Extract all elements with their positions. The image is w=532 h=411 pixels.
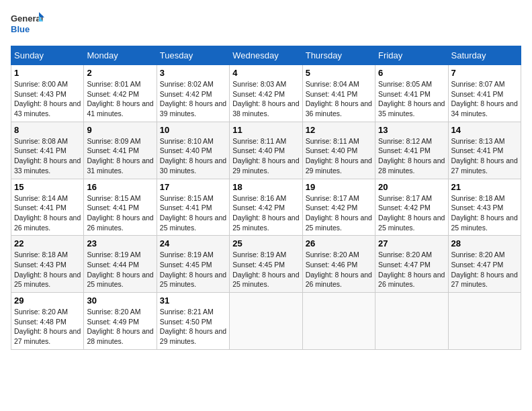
cell-text: Sunrise: 8:00 AMSunset: 4:43 PMDaylight:… [14, 79, 81, 119]
calendar-cell [230, 293, 302, 350]
calendar-cell: 11Sunrise: 8:11 AMSunset: 4:40 PMDayligh… [230, 122, 302, 179]
day-number: 20 [378, 182, 445, 192]
week-row-1: 1Sunrise: 8:00 AMSunset: 4:43 PMDaylight… [11, 65, 521, 122]
calendar-cell: 29Sunrise: 8:20 AMSunset: 4:48 PMDayligh… [11, 293, 84, 350]
cell-text: Sunrise: 8:17 AMSunset: 4:42 PMDaylight:… [306, 193, 372, 233]
cell-text: Sunrise: 8:20 AMSunset: 4:48 PMDaylight:… [14, 307, 81, 347]
day-number: 29 [14, 295, 81, 306]
day-header-friday: Friday [375, 46, 448, 65]
logo-svg: General Blue [11, 11, 44, 40]
day-number: 31 [160, 295, 226, 306]
cell-text: Sunrise: 8:20 AMSunset: 4:47 PMDaylight:… [451, 250, 518, 289]
cell-text: Sunrise: 8:17 AMSunset: 4:42 PMDaylight:… [378, 193, 445, 233]
day-number: 7 [451, 68, 518, 78]
day-number: 14 [451, 125, 518, 135]
cell-text: Sunrise: 8:12 AMSunset: 4:41 PMDaylight:… [378, 136, 445, 176]
day-header-wednesday: Wednesday [230, 46, 302, 65]
cell-text: Sunrise: 8:20 AMSunset: 4:47 PMDaylight:… [378, 250, 445, 289]
calendar-cell: 21Sunrise: 8:18 AMSunset: 4:43 PMDayligh… [448, 179, 521, 236]
calendar-cell: 1Sunrise: 8:00 AMSunset: 4:43 PMDaylight… [11, 65, 84, 122]
day-number: 16 [87, 182, 153, 192]
day-number: 22 [14, 238, 81, 248]
calendar-cell: 12Sunrise: 8:11 AMSunset: 4:40 PMDayligh… [302, 122, 375, 179]
day-number: 23 [87, 238, 153, 248]
calendar-header-row: SundayMondayTuesdayWednesdayThursdayFrid… [11, 46, 521, 65]
cell-text: Sunrise: 8:15 AMSunset: 4:41 PMDaylight:… [160, 193, 226, 233]
day-number: 27 [378, 238, 445, 248]
cell-text: Sunrise: 8:16 AMSunset: 4:42 PMDaylight:… [232, 193, 299, 233]
calendar-cell: 18Sunrise: 8:16 AMSunset: 4:42 PMDayligh… [230, 179, 302, 236]
cell-text: Sunrise: 8:04 AMSunset: 4:41 PMDaylight:… [306, 79, 372, 119]
day-number: 10 [160, 125, 226, 135]
day-number: 4 [232, 68, 299, 78]
day-number: 19 [306, 182, 372, 192]
cell-text: Sunrise: 8:20 AMSunset: 4:49 PMDaylight:… [87, 307, 153, 347]
day-number: 25 [232, 238, 299, 248]
calendar-cell: 30Sunrise: 8:20 AMSunset: 4:49 PMDayligh… [84, 293, 157, 350]
calendar-cell: 13Sunrise: 8:12 AMSunset: 4:41 PMDayligh… [375, 122, 448, 179]
week-row-2: 8Sunrise: 8:08 AMSunset: 4:41 PMDaylight… [11, 122, 521, 179]
day-number: 17 [160, 182, 226, 192]
cell-text: Sunrise: 8:18 AMSunset: 4:43 PMDaylight:… [451, 193, 518, 233]
calendar-cell: 14Sunrise: 8:13 AMSunset: 4:41 PMDayligh… [448, 122, 521, 179]
cell-text: Sunrise: 8:11 AMSunset: 4:40 PMDaylight:… [232, 136, 299, 176]
cell-text: Sunrise: 8:09 AMSunset: 4:41 PMDaylight:… [87, 136, 153, 176]
calendar-cell: 25Sunrise: 8:19 AMSunset: 4:45 PMDayligh… [230, 236, 302, 293]
calendar-cell: 27Sunrise: 8:20 AMSunset: 4:47 PMDayligh… [375, 236, 448, 293]
cell-text: Sunrise: 8:19 AMSunset: 4:44 PMDaylight:… [87, 250, 153, 289]
cell-text: Sunrise: 8:02 AMSunset: 4:42 PMDaylight:… [160, 79, 226, 119]
cell-text: Sunrise: 8:05 AMSunset: 4:41 PMDaylight:… [378, 79, 445, 119]
calendar-cell: 3Sunrise: 8:02 AMSunset: 4:42 PMDaylight… [157, 65, 229, 122]
week-row-5: 29Sunrise: 8:20 AMSunset: 4:48 PMDayligh… [11, 293, 521, 350]
calendar-cell: 19Sunrise: 8:17 AMSunset: 4:42 PMDayligh… [302, 179, 375, 236]
svg-text:Blue: Blue [11, 24, 30, 34]
week-row-4: 22Sunrise: 8:18 AMSunset: 4:43 PMDayligh… [11, 236, 521, 293]
cell-text: Sunrise: 8:19 AMSunset: 4:45 PMDaylight:… [160, 250, 226, 289]
calendar-cell [375, 293, 448, 350]
calendar-cell: 24Sunrise: 8:19 AMSunset: 4:45 PMDayligh… [157, 236, 229, 293]
calendar-cell: 23Sunrise: 8:19 AMSunset: 4:44 PMDayligh… [84, 236, 157, 293]
cell-text: Sunrise: 8:14 AMSunset: 4:41 PMDaylight:… [14, 193, 81, 233]
day-number: 8 [14, 125, 81, 135]
day-number: 28 [451, 238, 518, 248]
cell-text: Sunrise: 8:01 AMSunset: 4:42 PMDaylight:… [87, 79, 153, 119]
cell-text: Sunrise: 8:21 AMSunset: 4:50 PMDaylight:… [160, 307, 226, 347]
day-header-monday: Monday [84, 46, 157, 65]
day-number: 18 [232, 182, 299, 192]
day-number: 3 [160, 68, 226, 78]
calendar-cell [302, 293, 375, 350]
day-number: 21 [451, 182, 518, 192]
cell-text: Sunrise: 8:20 AMSunset: 4:46 PMDaylight:… [306, 250, 372, 289]
calendar-cell: 8Sunrise: 8:08 AMSunset: 4:41 PMDaylight… [11, 122, 84, 179]
calendar-cell: 10Sunrise: 8:10 AMSunset: 4:40 PMDayligh… [157, 122, 229, 179]
day-number: 15 [14, 182, 81, 192]
day-number: 13 [378, 125, 445, 135]
week-row-3: 15Sunrise: 8:14 AMSunset: 4:41 PMDayligh… [11, 179, 521, 236]
calendar-cell: 22Sunrise: 8:18 AMSunset: 4:43 PMDayligh… [11, 236, 84, 293]
day-number: 26 [306, 238, 372, 248]
cell-text: Sunrise: 8:10 AMSunset: 4:40 PMDaylight:… [160, 136, 226, 176]
calendar-cell: 7Sunrise: 8:07 AMSunset: 4:41 PMDaylight… [448, 65, 521, 122]
day-header-tuesday: Tuesday [157, 46, 229, 65]
calendar-cell: 6Sunrise: 8:05 AMSunset: 4:41 PMDaylight… [375, 65, 448, 122]
day-header-thursday: Thursday [302, 46, 375, 65]
day-number: 5 [306, 68, 372, 78]
calendar-cell: 17Sunrise: 8:15 AMSunset: 4:41 PMDayligh… [157, 179, 229, 236]
day-number: 30 [87, 295, 153, 306]
calendar-table: SundayMondayTuesdayWednesdayThursdayFrid… [11, 46, 521, 350]
cell-text: Sunrise: 8:08 AMSunset: 4:41 PMDaylight:… [14, 136, 81, 176]
calendar-cell: 5Sunrise: 8:04 AMSunset: 4:41 PMDaylight… [302, 65, 375, 122]
calendar-cell: 31Sunrise: 8:21 AMSunset: 4:50 PMDayligh… [157, 293, 229, 350]
page-header: General Blue [11, 11, 521, 40]
cell-text: Sunrise: 8:03 AMSunset: 4:42 PMDaylight:… [232, 79, 299, 119]
svg-text:General: General [11, 13, 43, 24]
logo: General Blue [11, 11, 47, 40]
day-number: 2 [87, 68, 153, 78]
day-header-sunday: Sunday [11, 46, 84, 65]
calendar-cell: 28Sunrise: 8:20 AMSunset: 4:47 PMDayligh… [448, 236, 521, 293]
calendar-cell: 9Sunrise: 8:09 AMSunset: 4:41 PMDaylight… [84, 122, 157, 179]
cell-text: Sunrise: 8:15 AMSunset: 4:41 PMDaylight:… [87, 193, 153, 233]
day-number: 12 [306, 125, 372, 135]
day-number: 11 [232, 125, 299, 135]
day-number: 6 [378, 68, 445, 78]
